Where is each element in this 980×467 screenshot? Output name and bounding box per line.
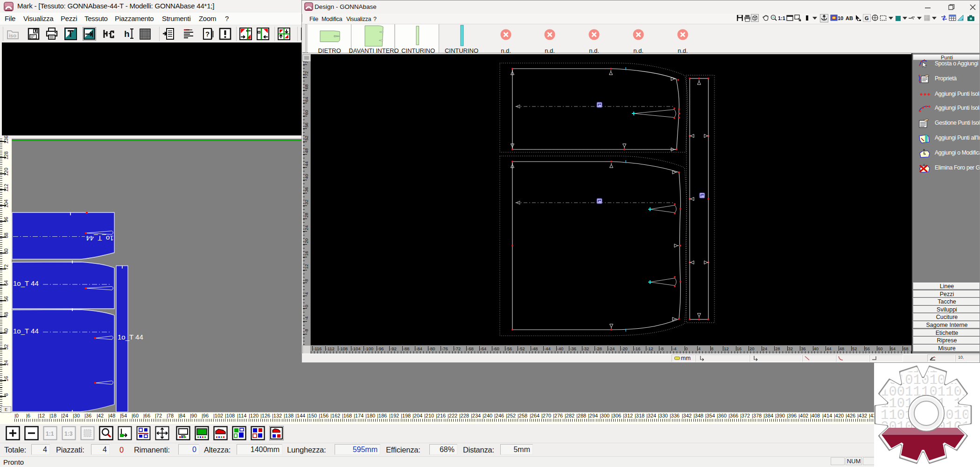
svg-text:1o_T 44: 1o_T 44 bbox=[13, 279, 39, 287]
svg-text:1o_T 44: 1o_T 44 bbox=[118, 333, 143, 341]
svg-text:G: G bbox=[865, 15, 869, 21]
svg-text:h: h bbox=[124, 29, 130, 39]
svg-text:AB: AB bbox=[846, 15, 853, 21]
svg-text:iso: iso bbox=[9, 33, 16, 38]
svg-text:1o_T 44: 1o_T 44 bbox=[13, 327, 39, 335]
svg-text:1:3: 1:3 bbox=[64, 431, 73, 437]
svg-text:?: ? bbox=[205, 30, 210, 38]
svg-text:1:1: 1:1 bbox=[46, 431, 54, 437]
svg-text:10: 10 bbox=[838, 15, 843, 21]
svg-text:1:1: 1:1 bbox=[778, 15, 785, 21]
svg-text:1o_T_44: 1o_T_44 bbox=[86, 234, 113, 242]
